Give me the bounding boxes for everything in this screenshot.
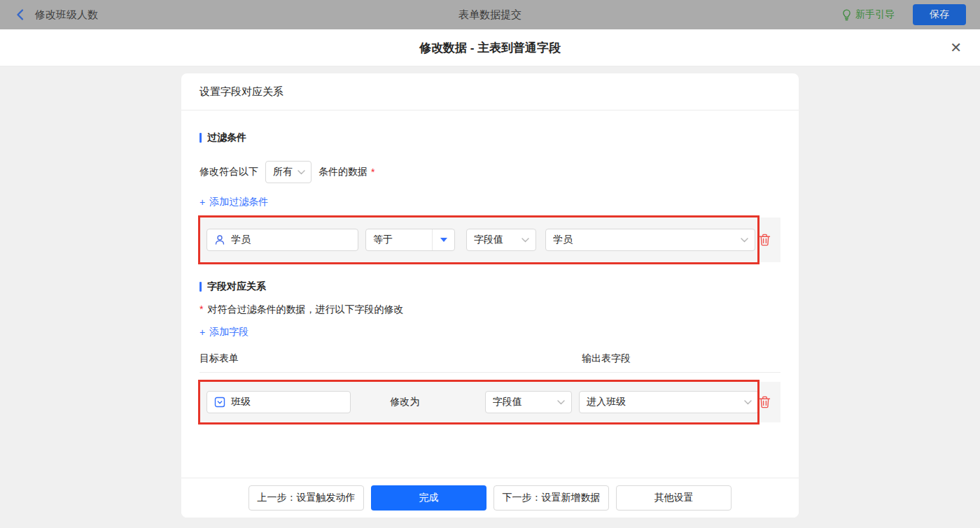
guide-label: 新手引导 [855,8,895,21]
app-topbar: 修改班级人数 表单数据提交 新手引导 保存 [0,0,980,29]
chevron-down-icon [557,400,565,405]
trash-icon [759,396,771,408]
condition-suffix: 条件的数据 [318,166,368,178]
mapping-description-text: 对符合过滤条件的数据，进行以下字段的修改 [207,304,403,316]
target-form-column-header: 目标表单 [200,352,582,365]
chevron-down-icon [744,400,752,405]
compare-value-select[interactable]: 学员 [545,229,755,251]
member-field-icon [214,234,225,245]
card-footer: 上一步：设置触发动作 完成 下一步：设置新增数据 其他设置 [181,478,799,518]
chevron-down-icon [298,170,305,175]
add-field-link[interactable]: + 添加字段 [200,326,248,338]
filter-field-input[interactable]: 学员 [206,229,358,251]
beginner-guide-link[interactable]: 新手引导 [841,8,895,21]
plus-icon: + [200,197,205,208]
delete-mapping-button[interactable] [759,396,771,408]
chevron-down-icon [522,238,529,243]
condition-sentence: 修改符合以下 所有 条件的数据 * [200,161,780,183]
filter-field-value: 学员 [231,234,251,246]
mapping-column-headers: 目标表单 输出表字段 [200,352,780,373]
modal-header: 修改数据 - 主表到普通字段 ✕ [0,29,980,66]
output-type-value: 字段值 [493,396,522,408]
other-settings-button[interactable]: 其他设置 [616,485,732,511]
mapping-description: * 对符合过滤条件的数据，进行以下字段的修改 [200,304,780,316]
done-button[interactable]: 完成 [371,485,486,511]
operator-value: 等于 [366,234,432,246]
field-mapping-row: 班级 修改为 字段值 进入班级 [200,382,780,422]
lightbulb-icon [841,9,852,21]
add-field-label: 添加字段 [209,326,248,338]
output-type-select[interactable]: 字段值 [485,391,572,413]
required-asterisk: * [200,304,203,315]
screen: 修改班级人数 表单数据提交 新手引导 保存 修改数据 - 主表到普通字段 ✕ 设… [0,0,980,528]
delete-condition-button[interactable] [759,234,771,246]
mapping-section-title: 字段对应关系 [200,280,780,293]
value-type-value: 字段值 [474,234,503,246]
save-button[interactable]: 保存 [913,4,966,25]
workflow-title: 修改班级人数 [35,8,98,22]
condition-match-select[interactable]: 所有 [265,161,312,183]
modal-body: 设置字段对应关系 过滤条件 修改符合以下 所有 条件的数据 [0,66,980,528]
prev-step-button[interactable]: 上一步：设置触发动作 [248,485,364,511]
operator-caret-button[interactable] [432,229,454,250]
output-value: 进入班级 [587,396,626,408]
chevron-down-icon [741,238,748,243]
select-field-icon [214,397,225,408]
close-icon[interactable]: ✕ [950,38,962,57]
filter-condition-row: 学员 等于 字段值 学员 [200,217,780,262]
triangle-down-icon [440,238,447,242]
mapping-section-title-text: 字段对应关系 [207,280,266,293]
section-accent-bar [200,282,202,292]
target-field-input[interactable]: 班级 [206,391,351,413]
back-button[interactable] [14,8,27,21]
back-chevron-icon [14,8,27,21]
filter-section-title: 过滤条件 [200,131,780,144]
condition-prefix: 修改符合以下 [200,166,258,178]
card-title: 设置字段对应关系 [181,73,799,110]
output-value-select[interactable]: 进入班级 [579,391,759,413]
section-accent-bar [200,133,202,143]
target-field-value: 班级 [231,396,251,408]
plus-icon: + [200,327,205,338]
settings-card: 设置字段对应关系 过滤条件 修改符合以下 所有 条件的数据 [181,73,799,518]
operator-select[interactable]: 等于 [365,229,455,251]
condition-match-value: 所有 [273,166,293,178]
trash-icon [759,234,771,246]
add-filter-condition-link[interactable]: + 添加过滤条件 [200,196,268,208]
output-field-column-header: 输出表字段 [582,352,631,365]
modal-title: 修改数据 - 主表到普通字段 [419,40,561,56]
filter-section-title-text: 过滤条件 [207,131,246,144]
required-asterisk: * [371,166,374,178]
value-type-select[interactable]: 字段值 [466,229,536,251]
compare-value: 学员 [553,234,573,246]
node-title: 表单数据提交 [0,8,980,22]
modify-to-label: 修改为 [390,396,470,408]
add-filter-condition-label: 添加过滤条件 [209,196,268,208]
next-step-button[interactable]: 下一步：设置新增数据 [493,485,609,511]
